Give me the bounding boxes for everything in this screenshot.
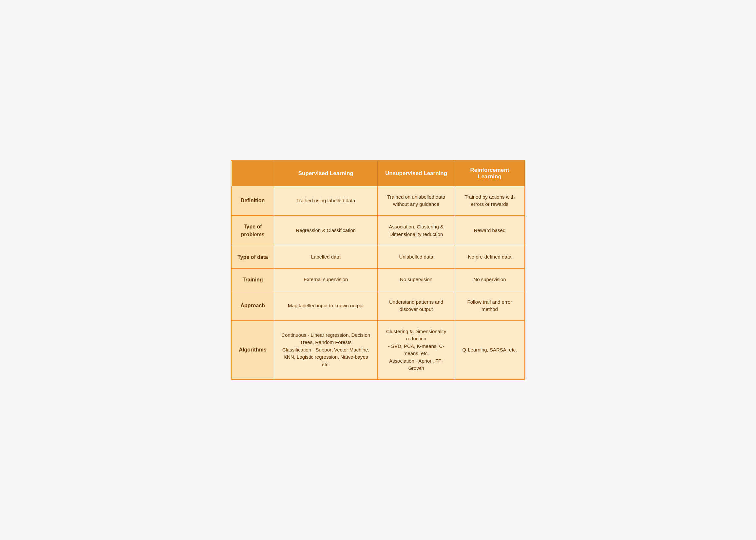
row-header-3: Training — [232, 268, 274, 291]
row-header-1: Type of problems — [232, 215, 274, 246]
cell-5-0: Continuous - Linear regression, Decision… — [274, 321, 378, 379]
cell-1-1: Association, Clustering & Dimensionality… — [378, 215, 455, 246]
cell-0-0: Trained using labelled data — [274, 186, 378, 215]
cell-5-2: Q-Learning, SARSA, etc. — [455, 321, 524, 379]
table-row: DefinitionTrained using labelled dataTra… — [232, 186, 525, 215]
cell-0-1: Trained on unlabelled data without any g… — [378, 186, 455, 215]
row-header-4: Approach — [232, 291, 274, 321]
cell-3-1: No supervision — [378, 268, 455, 291]
table-row: AlgorithmsContinuous - Linear regression… — [232, 321, 525, 379]
header-supervised: Supervised Learning — [274, 161, 378, 186]
table-row: ApproachMap labelled input to known outp… — [232, 291, 525, 321]
header-reinforcement: Reinforcement Learning — [455, 161, 524, 186]
cell-4-1: Understand patterns and discover output — [378, 291, 455, 321]
cell-1-0: Regression & Classification — [274, 215, 378, 246]
table-row: Type of problemsRegression & Classificat… — [232, 215, 525, 246]
cell-1-2: Reward based — [455, 215, 524, 246]
cell-5-1: Clustering & Dimensionality reduction- S… — [378, 321, 455, 379]
cell-0-2: Trained by actions with errors or reward… — [455, 186, 524, 215]
cell-3-0: External supervision — [274, 268, 378, 291]
cell-4-2: Follow trail and error method — [455, 291, 524, 321]
cell-2-2: No pre-defined data — [455, 246, 524, 268]
row-header-0: Definition — [232, 186, 274, 215]
comparison-table: Supervised Learning Unsupervised Learnin… — [231, 160, 525, 380]
cell-4-0: Map labelled input to known output — [274, 291, 378, 321]
header-empty — [232, 161, 274, 186]
cell-2-1: Unlabelled data — [378, 246, 455, 268]
table-row: Type of dataLabelled dataUnlabelled data… — [232, 246, 525, 268]
row-header-2: Type of data — [232, 246, 274, 268]
row-header-5: Algorithms — [232, 321, 274, 379]
header-unsupervised: Unsupervised Learning — [378, 161, 455, 186]
table-row: TrainingExternal supervisionNo supervisi… — [232, 268, 525, 291]
cell-3-2: No supervision — [455, 268, 524, 291]
cell-2-0: Labelled data — [274, 246, 378, 268]
